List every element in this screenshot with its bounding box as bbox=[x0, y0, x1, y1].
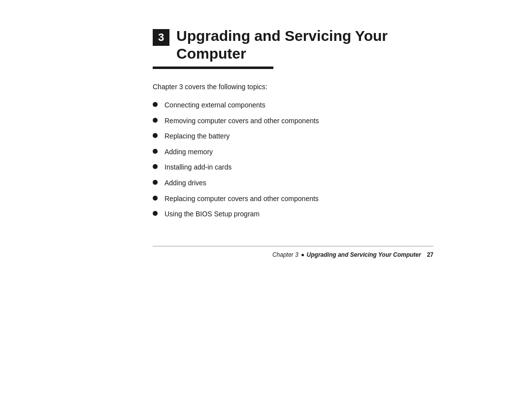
footer-page-number: 27 bbox=[427, 251, 433, 258]
bullet-item-text: Replacing computer covers and other comp… bbox=[165, 194, 433, 204]
footer-text: Chapter 3 Upgrading and Servicing Your C… bbox=[153, 251, 433, 258]
bullet-dot-icon bbox=[153, 196, 158, 201]
bullet-item-text: Adding drives bbox=[165, 178, 433, 188]
chapter-title: Upgrading and Servicing Your Computer bbox=[176, 27, 433, 63]
content-area: 3 Upgrading and Servicing Your Computer … bbox=[0, 0, 532, 219]
bullet-dot-icon bbox=[153, 149, 158, 154]
bullet-dot-icon bbox=[153, 180, 158, 185]
footer-bullet-separator bbox=[301, 254, 304, 256]
bullet-dot-icon bbox=[153, 133, 158, 138]
bullet-dot-icon bbox=[153, 118, 158, 123]
bullet-dot-icon bbox=[153, 102, 158, 107]
bullet-dot-icon bbox=[153, 164, 158, 169]
bullet-item: Adding drives bbox=[153, 178, 433, 188]
bullet-item: Installing add-in cards bbox=[153, 163, 433, 172]
footer-chapter-title: Upgrading and Servicing Your Computer bbox=[307, 251, 421, 258]
footer-line bbox=[153, 246, 433, 246]
footer-chapter-label: Chapter 3 bbox=[272, 251, 299, 258]
bullet-item: Replacing computer covers and other comp… bbox=[153, 194, 433, 204]
bullet-item: Replacing the battery bbox=[153, 132, 433, 141]
bullet-item: Removing computer covers and other compo… bbox=[153, 116, 433, 126]
bullet-item-text: Replacing the battery bbox=[165, 132, 433, 141]
chapter-header: 3 Upgrading and Servicing Your Computer bbox=[153, 27, 433, 63]
bullet-item-text: Removing computer covers and other compo… bbox=[165, 116, 433, 126]
bullet-item-text: Adding memory bbox=[165, 147, 433, 157]
bullet-item-text: Connecting external components bbox=[165, 101, 433, 110]
bullet-item: Adding memory bbox=[153, 147, 433, 157]
bullet-item: Connecting external components bbox=[153, 101, 433, 110]
bullet-list: Connecting external componentsRemoving c… bbox=[153, 101, 433, 219]
title-underline bbox=[153, 67, 273, 69]
bullet-item-text: Using the BIOS Setup program bbox=[165, 209, 433, 219]
bullet-item-text: Installing add-in cards bbox=[165, 163, 433, 172]
footer-area: Chapter 3 Upgrading and Servicing Your C… bbox=[0, 246, 532, 258]
page-container: 3 Upgrading and Servicing Your Computer … bbox=[0, 0, 532, 411]
bullet-dot-icon bbox=[153, 211, 158, 216]
bullet-item: Using the BIOS Setup program bbox=[153, 209, 433, 219]
intro-text: Chapter 3 covers the following topics: bbox=[153, 83, 433, 91]
chapter-number-box: 3 bbox=[153, 29, 169, 46]
